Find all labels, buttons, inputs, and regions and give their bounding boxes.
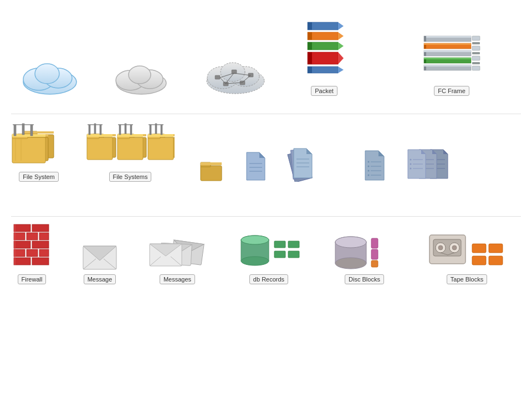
svg-rect-206 [472, 256, 486, 265]
file-system-icon [11, 119, 66, 169]
svg-rect-205 [489, 244, 503, 253]
svg-rect-162 [32, 241, 49, 248]
svg-rect-73 [30, 125, 33, 136]
packet-item: Packet [299, 17, 349, 96]
messages-icon [147, 236, 208, 272]
svg-rect-194 [371, 249, 378, 259]
doc-single-item [244, 151, 266, 182]
file-systems-item: File Systems [86, 119, 175, 182]
packet-label: Packet [311, 86, 337, 96]
svg-rect-24 [308, 22, 312, 30]
svg-rect-185 [274, 241, 285, 248]
svg-marker-34 [338, 52, 344, 64]
svg-rect-35 [308, 66, 338, 73]
tape-blocks-item: Tape Blocks [427, 228, 507, 284]
firewall-label: Firewall [18, 274, 47, 284]
divider-2 [11, 216, 521, 217]
disc-blocks-icon [330, 230, 399, 272]
svg-rect-58 [472, 62, 480, 64]
firewall-item: Firewall [11, 222, 53, 284]
divider-1 [11, 114, 521, 114]
svg-rect-204 [472, 244, 486, 253]
svg-rect-83 [100, 125, 101, 135]
fc-frame-item: FC Frame [421, 33, 482, 96]
disc-blocks-label: Disc Blocks [345, 274, 384, 284]
cloud-blue-item [17, 52, 83, 96]
svg-rect-56 [472, 52, 480, 54]
file-systems-icon [86, 119, 175, 169]
svg-point-183 [241, 257, 269, 265]
svg-rect-107 [201, 162, 222, 165]
doc-list-item [363, 150, 386, 182]
folder-single-icon [200, 157, 224, 182]
svg-point-3 [35, 64, 59, 84]
svg-rect-30 [308, 42, 312, 50]
svg-marker-31 [338, 42, 344, 50]
messages-label: Messages [160, 274, 195, 284]
svg-marker-133 [443, 150, 448, 154]
svg-marker-25 [338, 22, 344, 30]
svg-rect-15 [223, 82, 228, 86]
svg-rect-53 [472, 36, 480, 40]
svg-rect-55 [472, 46, 480, 50]
svg-rect-160 [39, 233, 49, 240]
svg-rect-27 [308, 32, 312, 40]
svg-rect-40 [424, 36, 426, 42]
tape-blocks-label: Tape Blocks [447, 274, 487, 284]
svg-marker-37 [338, 66, 344, 73]
docs-fan-item [285, 146, 327, 182]
svg-marker-109 [259, 152, 265, 158]
svg-rect-207 [489, 256, 503, 265]
cloud-gray-icon [111, 54, 172, 96]
doc-list-icon [363, 150, 386, 182]
svg-rect-57 [472, 56, 480, 60]
db-records-item: db Records [236, 230, 302, 284]
tape-blocks-icon [427, 228, 507, 272]
svg-rect-68 [12, 134, 45, 137]
svg-marker-123 [378, 151, 384, 156]
svg-rect-188 [288, 251, 299, 258]
svg-rect-23 [308, 22, 338, 30]
svg-marker-118 [306, 149, 312, 154]
cloud-network-item [200, 49, 272, 96]
svg-rect-98 [148, 137, 173, 160]
svg-rect-29 [308, 42, 338, 50]
svg-point-154 [410, 168, 412, 170]
svg-rect-39 [424, 36, 471, 38]
cloud-blue-icon [17, 52, 83, 96]
svg-rect-12 [215, 75, 220, 79]
svg-rect-26 [308, 32, 338, 40]
fc-frame-icon [421, 33, 482, 83]
svg-rect-186 [288, 241, 299, 248]
svg-point-191 [335, 258, 366, 269]
svg-rect-66 [12, 137, 45, 163]
svg-rect-43 [424, 43, 471, 45]
file-system-label: File System [19, 172, 58, 182]
firewall-icon [11, 222, 53, 272]
svg-rect-59 [472, 66, 480, 70]
svg-rect-156 [14, 224, 30, 232]
svg-rect-187 [274, 251, 285, 258]
svg-rect-71 [14, 125, 16, 136]
svg-rect-81 [89, 125, 90, 135]
cloud-gray-item [111, 54, 172, 96]
svg-point-192 [335, 237, 366, 248]
svg-point-199 [438, 245, 443, 250]
svg-point-124 [368, 161, 370, 163]
message-label: Message [84, 274, 116, 284]
svg-point-126 [368, 166, 370, 167]
svg-rect-195 [371, 260, 378, 267]
svg-point-130 [368, 175, 370, 176]
svg-rect-164 [27, 249, 38, 257]
svg-rect-46 [424, 50, 471, 52]
docs-list-multi-item [406, 147, 453, 182]
svg-rect-93 [130, 125, 132, 135]
doc-single-icon [244, 151, 266, 182]
svg-marker-28 [338, 32, 344, 40]
svg-rect-49 [424, 58, 471, 59]
svg-rect-157 [32, 224, 49, 232]
db-records-icon [236, 230, 302, 272]
svg-rect-78 [87, 137, 112, 160]
svg-point-184 [241, 236, 269, 244]
docs-list-multi-icon [406, 147, 453, 182]
